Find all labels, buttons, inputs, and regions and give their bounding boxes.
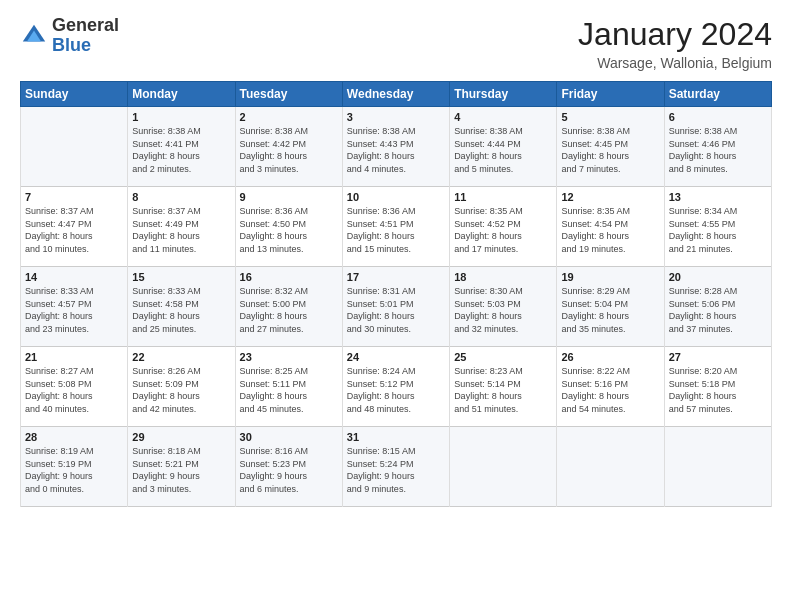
day-number: 24 (347, 351, 445, 363)
calendar-cell: 11Sunrise: 8:35 AM Sunset: 4:52 PM Dayli… (450, 187, 557, 267)
day-number: 16 (240, 271, 338, 283)
day-number: 13 (669, 191, 767, 203)
calendar-cell (557, 427, 664, 507)
day-number: 12 (561, 191, 659, 203)
day-number: 2 (240, 111, 338, 123)
day-number: 10 (347, 191, 445, 203)
day-number: 18 (454, 271, 552, 283)
calendar-cell (21, 107, 128, 187)
day-info: Sunrise: 8:38 AM Sunset: 4:44 PM Dayligh… (454, 125, 552, 175)
day-info: Sunrise: 8:28 AM Sunset: 5:06 PM Dayligh… (669, 285, 767, 335)
calendar-cell (664, 427, 771, 507)
day-info: Sunrise: 8:38 AM Sunset: 4:43 PM Dayligh… (347, 125, 445, 175)
calendar-cell: 13Sunrise: 8:34 AM Sunset: 4:55 PM Dayli… (664, 187, 771, 267)
day-number: 15 (132, 271, 230, 283)
day-info: Sunrise: 8:15 AM Sunset: 5:24 PM Dayligh… (347, 445, 445, 495)
day-info: Sunrise: 8:37 AM Sunset: 4:47 PM Dayligh… (25, 205, 123, 255)
day-info: Sunrise: 8:24 AM Sunset: 5:12 PM Dayligh… (347, 365, 445, 415)
day-info: Sunrise: 8:35 AM Sunset: 4:54 PM Dayligh… (561, 205, 659, 255)
calendar-cell: 17Sunrise: 8:31 AM Sunset: 5:01 PM Dayli… (342, 267, 449, 347)
day-info: Sunrise: 8:22 AM Sunset: 5:16 PM Dayligh… (561, 365, 659, 415)
day-info: Sunrise: 8:34 AM Sunset: 4:55 PM Dayligh… (669, 205, 767, 255)
calendar-cell: 7Sunrise: 8:37 AM Sunset: 4:47 PM Daylig… (21, 187, 128, 267)
calendar-cell: 26Sunrise: 8:22 AM Sunset: 5:16 PM Dayli… (557, 347, 664, 427)
calendar-cell: 20Sunrise: 8:28 AM Sunset: 5:06 PM Dayli… (664, 267, 771, 347)
day-info: Sunrise: 8:19 AM Sunset: 5:19 PM Dayligh… (25, 445, 123, 495)
day-number: 4 (454, 111, 552, 123)
calendar-cell: 22Sunrise: 8:26 AM Sunset: 5:09 PM Dayli… (128, 347, 235, 427)
calendar-cell: 30Sunrise: 8:16 AM Sunset: 5:23 PM Dayli… (235, 427, 342, 507)
day-info: Sunrise: 8:36 AM Sunset: 4:50 PM Dayligh… (240, 205, 338, 255)
calendar-cell: 2Sunrise: 8:38 AM Sunset: 4:42 PM Daylig… (235, 107, 342, 187)
day-info: Sunrise: 8:35 AM Sunset: 4:52 PM Dayligh… (454, 205, 552, 255)
week-row-1: 1Sunrise: 8:38 AM Sunset: 4:41 PM Daylig… (21, 107, 772, 187)
calendar-cell: 25Sunrise: 8:23 AM Sunset: 5:14 PM Dayli… (450, 347, 557, 427)
day-info: Sunrise: 8:38 AM Sunset: 4:45 PM Dayligh… (561, 125, 659, 175)
day-info: Sunrise: 8:23 AM Sunset: 5:14 PM Dayligh… (454, 365, 552, 415)
title-block: January 2024 Warsage, Wallonia, Belgium (578, 16, 772, 71)
day-number: 28 (25, 431, 123, 443)
header-day-wednesday: Wednesday (342, 82, 449, 107)
day-number: 14 (25, 271, 123, 283)
calendar-cell: 12Sunrise: 8:35 AM Sunset: 4:54 PM Dayli… (557, 187, 664, 267)
day-number: 30 (240, 431, 338, 443)
day-number: 3 (347, 111, 445, 123)
day-info: Sunrise: 8:20 AM Sunset: 5:18 PM Dayligh… (669, 365, 767, 415)
day-number: 26 (561, 351, 659, 363)
header-day-sunday: Sunday (21, 82, 128, 107)
header-row: SundayMondayTuesdayWednesdayThursdayFrid… (21, 82, 772, 107)
day-number: 9 (240, 191, 338, 203)
header-day-saturday: Saturday (664, 82, 771, 107)
calendar-cell: 16Sunrise: 8:32 AM Sunset: 5:00 PM Dayli… (235, 267, 342, 347)
day-number: 21 (25, 351, 123, 363)
header: General Blue January 2024 Warsage, Wallo… (20, 16, 772, 71)
day-info: Sunrise: 8:33 AM Sunset: 4:57 PM Dayligh… (25, 285, 123, 335)
logo-text: General Blue (52, 16, 119, 56)
day-number: 1 (132, 111, 230, 123)
location: Warsage, Wallonia, Belgium (578, 55, 772, 71)
week-row-2: 7Sunrise: 8:37 AM Sunset: 4:47 PM Daylig… (21, 187, 772, 267)
month-title: January 2024 (578, 16, 772, 53)
calendar-cell: 23Sunrise: 8:25 AM Sunset: 5:11 PM Dayli… (235, 347, 342, 427)
calendar-cell: 4Sunrise: 8:38 AM Sunset: 4:44 PM Daylig… (450, 107, 557, 187)
day-info: Sunrise: 8:31 AM Sunset: 5:01 PM Dayligh… (347, 285, 445, 335)
week-row-4: 21Sunrise: 8:27 AM Sunset: 5:08 PM Dayli… (21, 347, 772, 427)
calendar-cell: 15Sunrise: 8:33 AM Sunset: 4:58 PM Dayli… (128, 267, 235, 347)
calendar-cell: 6Sunrise: 8:38 AM Sunset: 4:46 PM Daylig… (664, 107, 771, 187)
day-number: 23 (240, 351, 338, 363)
logo: General Blue (20, 16, 119, 56)
calendar-cell: 1Sunrise: 8:38 AM Sunset: 4:41 PM Daylig… (128, 107, 235, 187)
day-info: Sunrise: 8:27 AM Sunset: 5:08 PM Dayligh… (25, 365, 123, 415)
calendar-cell: 9Sunrise: 8:36 AM Sunset: 4:50 PM Daylig… (235, 187, 342, 267)
day-number: 19 (561, 271, 659, 283)
day-number: 6 (669, 111, 767, 123)
week-row-3: 14Sunrise: 8:33 AM Sunset: 4:57 PM Dayli… (21, 267, 772, 347)
calendar-cell: 18Sunrise: 8:30 AM Sunset: 5:03 PM Dayli… (450, 267, 557, 347)
calendar-cell: 27Sunrise: 8:20 AM Sunset: 5:18 PM Dayli… (664, 347, 771, 427)
day-info: Sunrise: 8:33 AM Sunset: 4:58 PM Dayligh… (132, 285, 230, 335)
calendar-cell: 28Sunrise: 8:19 AM Sunset: 5:19 PM Dayli… (21, 427, 128, 507)
day-info: Sunrise: 8:38 AM Sunset: 4:42 PM Dayligh… (240, 125, 338, 175)
day-number: 29 (132, 431, 230, 443)
day-number: 22 (132, 351, 230, 363)
calendar-cell: 29Sunrise: 8:18 AM Sunset: 5:21 PM Dayli… (128, 427, 235, 507)
day-info: Sunrise: 8:36 AM Sunset: 4:51 PM Dayligh… (347, 205, 445, 255)
calendar-table: SundayMondayTuesdayWednesdayThursdayFrid… (20, 81, 772, 507)
day-number: 25 (454, 351, 552, 363)
header-day-monday: Monday (128, 82, 235, 107)
day-info: Sunrise: 8:25 AM Sunset: 5:11 PM Dayligh… (240, 365, 338, 415)
day-number: 5 (561, 111, 659, 123)
logo-general-text: General (52, 16, 119, 36)
calendar-cell: 5Sunrise: 8:38 AM Sunset: 4:45 PM Daylig… (557, 107, 664, 187)
day-info: Sunrise: 8:18 AM Sunset: 5:21 PM Dayligh… (132, 445, 230, 495)
day-info: Sunrise: 8:16 AM Sunset: 5:23 PM Dayligh… (240, 445, 338, 495)
day-number: 20 (669, 271, 767, 283)
calendar-cell: 10Sunrise: 8:36 AM Sunset: 4:51 PM Dayli… (342, 187, 449, 267)
day-number: 17 (347, 271, 445, 283)
day-number: 31 (347, 431, 445, 443)
day-info: Sunrise: 8:37 AM Sunset: 4:49 PM Dayligh… (132, 205, 230, 255)
calendar-cell: 31Sunrise: 8:15 AM Sunset: 5:24 PM Dayli… (342, 427, 449, 507)
calendar-cell: 3Sunrise: 8:38 AM Sunset: 4:43 PM Daylig… (342, 107, 449, 187)
day-number: 27 (669, 351, 767, 363)
page: General Blue January 2024 Warsage, Wallo… (0, 0, 792, 612)
